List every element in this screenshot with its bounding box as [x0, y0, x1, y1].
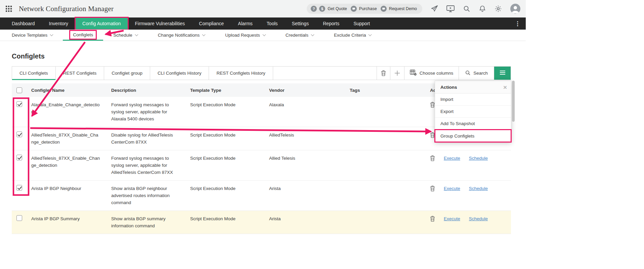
- tab-cli-configlets-history[interactable]: CLI Configlets History: [150, 67, 209, 80]
- vendor: AlliedTelesis: [266, 127, 346, 150]
- delete-icon[interactable]: [430, 102, 435, 108]
- chevron-down-icon: [262, 33, 266, 36]
- subnav-item-device-templates[interactable]: Device Templates: [12, 30, 63, 41]
- template-type: Script Execution Mode: [187, 127, 266, 150]
- row-checkbox[interactable]: [16, 185, 22, 191]
- actions-menu-items: ImportExportAdd To SnapshotGroup Configl…: [435, 93, 511, 142]
- subnav-item-label: Exclude Criteria: [334, 33, 366, 38]
- top-bar: Network Configuration Manager ? $ Get Qu…: [0, 0, 526, 17]
- subnav-item-exclude-criteria[interactable]: Exclude Criteria: [324, 30, 381, 41]
- menu-item-export[interactable]: Export: [435, 106, 511, 118]
- nav-item-compliance[interactable]: Compliance: [192, 17, 231, 30]
- subnav-item-upload-requests[interactable]: Upload Requests: [215, 30, 275, 41]
- search-icon[interactable]: [463, 5, 470, 12]
- column-header-vendor: Vendor: [266, 83, 346, 97]
- nav-item-settings[interactable]: Settings: [285, 17, 316, 30]
- nav-item-reports[interactable]: Reports: [316, 17, 346, 30]
- configlet-name: Arista IP BGP Neighbour: [28, 181, 108, 210]
- tab-rest-configlets-history[interactable]: REST Configlets History: [209, 67, 273, 80]
- actions-menu-button[interactable]: [494, 67, 511, 80]
- tab-cli-configlets[interactable]: CLI Configlets: [12, 67, 56, 80]
- schedule-link[interactable]: Schedule: [469, 155, 488, 162]
- nav-item-tools[interactable]: Tools: [260, 17, 285, 30]
- launch-icon[interactable]: [431, 5, 438, 12]
- chevron-down-icon: [202, 33, 206, 36]
- settings-gear-icon[interactable]: [495, 5, 502, 12]
- sub-nav: Device TemplatesConfigletsScheduleChange…: [0, 30, 526, 41]
- delete-icon[interactable]: [430, 132, 435, 138]
- app-title: Network Configuration Manager: [19, 5, 114, 13]
- delete-icon[interactable]: [430, 186, 435, 191]
- choose-columns-button[interactable]: Choose columns: [404, 67, 459, 80]
- network-configuration-manager-app: Network Configuration Manager ? $ Get Qu…: [0, 0, 526, 269]
- menu-item-add-to-snapshot[interactable]: Add To Snapshot: [435, 118, 511, 130]
- configlet-name: AlliedTelesis_87XX_Disable_Change_detect…: [28, 127, 108, 150]
- page-title: Configlets: [12, 52, 45, 60]
- chat-circle-icon: [351, 6, 357, 12]
- execute-link[interactable]: Execute: [444, 215, 460, 222]
- execute-link[interactable]: Execute: [444, 155, 460, 162]
- nav-item-alarms[interactable]: Alarms: [231, 17, 260, 30]
- notifications-bell-icon[interactable]: [479, 5, 486, 12]
- execute-link[interactable]: Execute: [444, 185, 460, 192]
- subnav-item-change-notifications[interactable]: Change Notifications: [148, 30, 215, 41]
- schedule-link[interactable]: Schedule: [469, 185, 488, 192]
- nav-item-support[interactable]: Support: [346, 17, 377, 30]
- avatar[interactable]: [510, 4, 520, 14]
- tab-rest-configlets[interactable]: REST Configlets: [56, 67, 104, 80]
- tags: [346, 211, 425, 234]
- top-bar-actions: ? $ Get Quote Purchase Request Demo: [307, 4, 520, 14]
- tags: [346, 97, 425, 127]
- nav-item-dashboard[interactable]: Dashboard: [5, 17, 42, 30]
- subnav-item-credentials[interactable]: Credentials: [275, 30, 324, 41]
- demo-screen-icon[interactable]: [446, 5, 455, 12]
- subnav-item-configlets[interactable]: Configlets: [63, 30, 103, 41]
- row-checkbox[interactable]: [16, 215, 22, 221]
- row-actions: ExecuteSchedule: [425, 181, 511, 210]
- vertical-scrollbar[interactable]: [512, 81, 515, 122]
- delete-icon[interactable]: [430, 155, 435, 161]
- row-actions: ExecuteSchedule: [425, 211, 511, 234]
- row-checkbox[interactable]: [16, 131, 22, 137]
- apps-grid-icon[interactable]: [5, 5, 12, 12]
- nav-item-config-automation[interactable]: Config Automation: [75, 17, 128, 30]
- subnav-item-label: Device Templates: [12, 33, 47, 38]
- actions-menu-title: Actions: [440, 85, 457, 90]
- sub-nav-items: Device TemplatesConfigletsScheduleChange…: [12, 30, 381, 41]
- tab-configlet-group[interactable]: Configlet group: [104, 67, 150, 80]
- delete-button[interactable]: [377, 67, 390, 80]
- chevron-down-icon: [50, 33, 53, 36]
- chat-circle-icon: [381, 6, 387, 12]
- request-demo-link[interactable]: Request Demo: [389, 6, 417, 11]
- search-icon: [465, 70, 471, 77]
- configlet-description: Show arista BGP summary information comm…: [108, 211, 187, 234]
- main-nav-items: DashboardInventoryConfig AutomationFirmw…: [5, 17, 377, 30]
- schedule-link[interactable]: Schedule: [469, 215, 488, 222]
- nav-item-firmware-vulnerabilities[interactable]: Firmware Vulnerabilities: [128, 17, 192, 30]
- column-header-template-type: Template Type: [187, 83, 266, 97]
- row-checkbox-cell: [12, 97, 28, 127]
- row-checkbox[interactable]: [16, 155, 22, 160]
- menu-item-group-configlets[interactable]: Group Configlets: [435, 130, 511, 142]
- tags: [346, 127, 425, 150]
- strip-spacer: [273, 67, 377, 80]
- subnav-item-label: Upload Requests: [225, 33, 260, 38]
- add-configlet-button[interactable]: [390, 67, 404, 80]
- row-checkbox-cell: [12, 150, 28, 180]
- row-checkbox-cell: [12, 181, 28, 210]
- subnav-item-schedule[interactable]: Schedule: [103, 30, 147, 41]
- select-all-checkbox[interactable]: [16, 87, 22, 93]
- get-quote-link[interactable]: Get Quote: [328, 6, 347, 11]
- nav-item-inventory[interactable]: Inventory: [42, 17, 76, 30]
- close-icon[interactable]: ×: [503, 84, 507, 90]
- template-type: Script Execution Mode: [187, 211, 266, 234]
- delete-icon[interactable]: [430, 216, 435, 222]
- overflow-menu-icon[interactable]: ⋮: [509, 17, 526, 30]
- purchase-link[interactable]: Purchase: [359, 6, 377, 11]
- row-checkbox[interactable]: [16, 101, 22, 107]
- column-header-configlet-name: Configlet Name: [28, 83, 108, 97]
- view-tabs: CLI ConfigletsREST ConfigletsConfiglet g…: [12, 67, 273, 80]
- tags: [346, 150, 425, 180]
- menu-item-import[interactable]: Import: [435, 93, 511, 106]
- search-button[interactable]: Search: [459, 67, 494, 80]
